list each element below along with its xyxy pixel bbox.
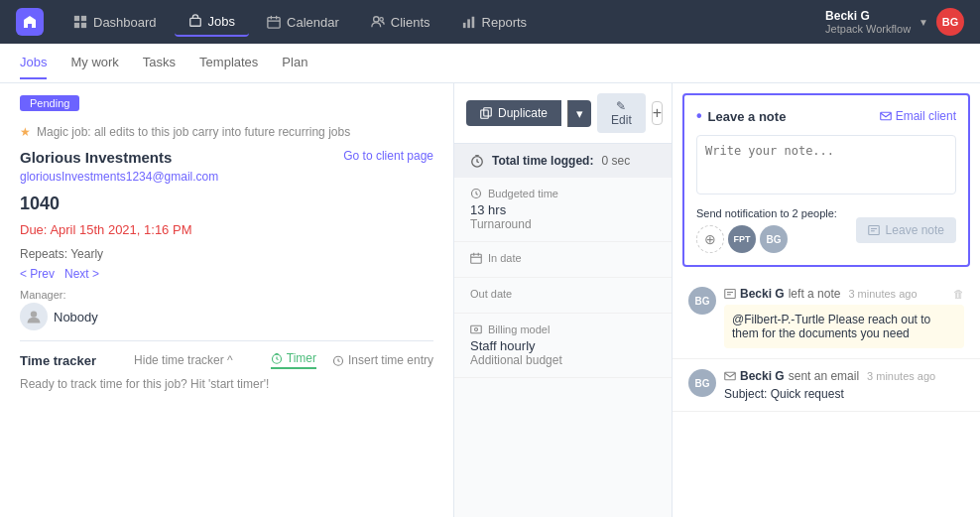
svg-rect-27 — [880, 112, 891, 120]
subnav-tasks[interactable]: Tasks — [143, 47, 176, 79]
user-avatar[interactable]: BG — [936, 8, 964, 36]
notify-label: Send notification to 2 people: — [696, 207, 837, 219]
nav-jobs[interactable]: Jobs — [175, 8, 249, 37]
additional-budget-value: Additional budget — [470, 353, 656, 367]
notify-avatars: ⊕ FPT BG — [696, 225, 837, 253]
activity-header-0: Becki G left a note 3 minutes ago 🗑 — [724, 287, 964, 301]
prev-link[interactable]: < Prev — [20, 267, 55, 281]
note-icon — [724, 288, 736, 300]
nav-dashboard[interactable]: Dashboard — [60, 9, 171, 36]
time-logged-value: 0 sec — [601, 154, 630, 168]
svg-point-9 — [373, 17, 378, 22]
users-icon — [371, 15, 385, 29]
clock-small-icon — [470, 188, 482, 199]
hide-tracker-btn[interactable]: Hide time tracker ^ — [134, 353, 233, 367]
logo[interactable] — [16, 8, 44, 36]
timer-button[interactable]: Timer — [271, 351, 316, 369]
main-container: Pending ★ Magic job: all edits to this j… — [0, 83, 980, 517]
manager-section: Manager: Nobody — [20, 289, 433, 330]
leave-note-title: • Leave a note — [696, 107, 786, 125]
svg-rect-13 — [471, 17, 474, 28]
duplicate-button[interactable]: Duplicate — [466, 100, 561, 126]
svg-point-10 — [380, 18, 384, 22]
activity-action-1: sent an email — [789, 369, 859, 383]
nav-clients[interactable]: Clients — [357, 9, 444, 36]
svg-rect-5 — [268, 18, 280, 29]
nav-calendar[interactable]: Calendar — [253, 9, 353, 36]
edit-button[interactable]: ✎ Edit — [597, 93, 646, 133]
user-name: Becki G — [825, 9, 911, 23]
user-info: Becki G Jetpack Workflow ▼ BG — [825, 8, 964, 36]
prev-next: < Prev Next > — [20, 267, 433, 281]
tracker-hint: Ready to track time for this job? Hit 's… — [20, 377, 433, 391]
out-date-row: Out date — [454, 278, 672, 314]
middle-toolbar: Duplicate ▾ ✎ Edit + — [454, 83, 672, 144]
note-textarea[interactable] — [696, 135, 956, 194]
briefcase-icon — [188, 14, 202, 28]
svg-rect-28 — [868, 226, 879, 235]
subnav-jobs[interactable]: Jobs — [20, 47, 47, 79]
note-dot: • — [696, 107, 702, 125]
note-footer: Send notification to 2 people: ⊕ FPT BG … — [696, 207, 956, 253]
go-to-client-link[interactable]: Go to client page — [343, 149, 433, 163]
total-time-logged-row: Total time logged: 0 sec — [454, 144, 672, 178]
email-client-link[interactable]: Email client — [880, 109, 956, 123]
grid-icon — [73, 15, 87, 29]
insert-time-icon — [332, 354, 344, 366]
due-date: Due: April 15th 2021, 1:16 PM — [20, 222, 433, 237]
manager-label: Manager: — [20, 289, 98, 301]
duplicate-dropdown-button[interactable]: ▾ — [567, 100, 591, 127]
calendar-icon — [267, 15, 281, 29]
logo-icon — [22, 14, 38, 30]
subnav-mywork[interactable]: My work — [70, 47, 118, 79]
svg-rect-12 — [467, 19, 470, 28]
add-button[interactable]: + — [652, 101, 663, 125]
svg-rect-0 — [74, 16, 79, 21]
time-tracker-title: Time tracker — [20, 353, 96, 368]
nav-reports[interactable]: Reports — [448, 9, 542, 36]
subnav-plan[interactable]: Plan — [282, 47, 307, 79]
time-tracker-section: Time tracker Hide time tracker ^ Timer I… — [20, 340, 433, 391]
client-section: Glorious Investments Go to client page — [20, 149, 433, 166]
svg-rect-4 — [189, 18, 200, 26]
activity-content-1: Becki G sent an email 3 minutes ago Subj… — [724, 369, 964, 401]
manager-avatar-icon — [20, 303, 48, 330]
activity-time-1: 3 minutes ago — [867, 370, 935, 382]
billing-model-value: Staff hourly — [470, 338, 656, 353]
activity-item-email: BG Becki G sent an email 3 minutes ago S… — [673, 359, 980, 412]
next-link[interactable]: Next > — [64, 267, 99, 281]
top-nav: Dashboard Jobs Calendar Clients Reports … — [0, 0, 980, 44]
svg-rect-31 — [725, 290, 736, 299]
svg-rect-1 — [81, 16, 86, 21]
svg-rect-2 — [74, 23, 79, 28]
budgeted-time-value: 13 hrs — [470, 202, 656, 217]
svg-point-14 — [31, 311, 37, 317]
activity-body-1: Subject: Quick request — [724, 387, 964, 401]
client-name: Glorious Investments — [20, 149, 172, 166]
right-panel: • Leave a note Email client Send notific… — [673, 83, 980, 517]
magic-star-icon: ★ — [20, 125, 31, 139]
client-email[interactable]: gloriousInvestments1234@gmail.com — [20, 170, 433, 184]
calendar-small-icon — [470, 252, 482, 264]
notify-section: Send notification to 2 people: ⊕ FPT BG — [696, 207, 837, 253]
out-date-label: Out date — [470, 288, 656, 300]
insert-time-button[interactable]: Insert time entry — [332, 351, 433, 369]
leave-note-button[interactable]: Leave note — [856, 217, 956, 243]
magic-notice: ★ Magic job: all edits to this job carry… — [20, 125, 433, 139]
delete-note-button[interactable]: 🗑 — [953, 288, 964, 300]
due-value: April 15th 2021, 1:16 PM — [50, 222, 191, 237]
email-activity-icon — [724, 370, 736, 382]
clock-icon — [470, 154, 484, 168]
budgeted-time-row: Budgeted time 13 hrs Turnaround — [454, 178, 672, 242]
status-badge: Pending — [20, 95, 79, 111]
sub-nav: Jobs My work Tasks Templates Plan — [0, 44, 980, 83]
manager-name: Nobody — [54, 310, 98, 324]
notify-avatar-fpt: FPT — [728, 225, 756, 253]
leave-note-icon — [868, 224, 880, 236]
in-date-label: In date — [470, 252, 656, 264]
add-notify-button[interactable]: ⊕ — [696, 225, 724, 253]
user-chevron[interactable]: ▼ — [919, 17, 928, 28]
subnav-templates[interactable]: Templates — [199, 47, 258, 79]
left-panel: Pending ★ Magic job: all edits to this j… — [0, 83, 454, 517]
budgeted-time-label: Budgeted time — [470, 188, 656, 199]
